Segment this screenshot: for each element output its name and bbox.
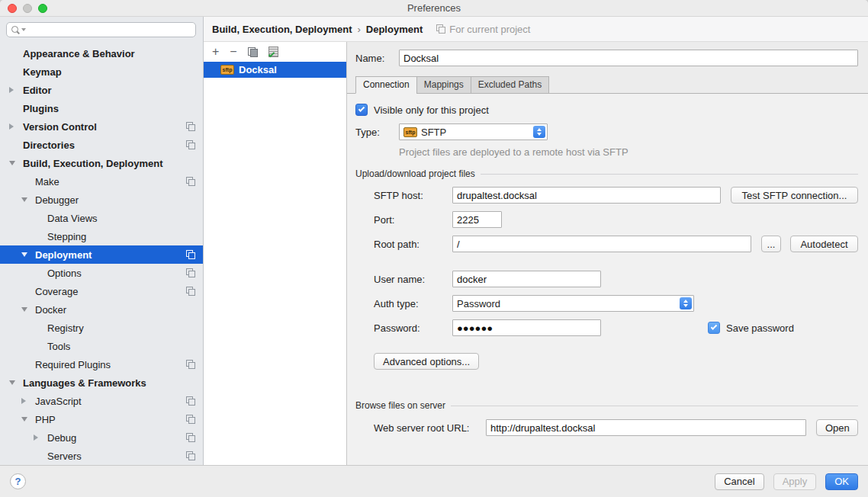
web-server-root-url-input[interactable]	[486, 419, 806, 436]
titlebar: Preferences	[0, 0, 868, 17]
use-as-default-button[interactable]	[268, 46, 279, 57]
remove-server-button[interactable]: −	[230, 46, 236, 57]
root-path-input[interactable]	[452, 236, 751, 252]
sidebar-item-label: Deployment	[35, 249, 92, 261]
sidebar-item-registry[interactable]: Registry	[0, 319, 203, 337]
sidebar-item-javascript[interactable]: JavaScript	[0, 392, 203, 410]
sidebar-item-keymap[interactable]: Keymap	[0, 63, 203, 81]
password-input[interactable]	[452, 319, 601, 336]
sidebar-item-label: Servers	[47, 451, 82, 462]
copy-server-button[interactable]	[248, 47, 258, 57]
ok-button[interactable]: OK	[825, 473, 858, 490]
chevron-right-icon[interactable]	[9, 87, 23, 93]
sidebar-item-label: Required Plugins	[35, 359, 111, 370]
sidebar-item-appearance-behavior[interactable]: Appearance & Behavior	[0, 44, 203, 63]
name-input[interactable]	[399, 50, 858, 66]
sidebar-item-directories[interactable]: Directories	[0, 136, 203, 154]
sidebar-item-make[interactable]: Make	[0, 172, 203, 191]
search-wrap	[0, 17, 203, 43]
help-button[interactable]: ?	[10, 473, 26, 489]
browse-root-path-button[interactable]: ...	[761, 236, 781, 252]
auth-type-label: Auth type:	[374, 298, 452, 309]
chevron-down-icon[interactable]	[9, 161, 23, 165]
save-password-label: Save password	[726, 322, 794, 334]
sidebar-item-label: Plugins	[23, 103, 59, 114]
chevron-down-icon[interactable]	[21, 252, 35, 257]
section-divider	[451, 406, 858, 406]
sidebar-item-label: Tools	[47, 341, 70, 352]
tab-bar: ConnectionMappingsExcluded Paths	[347, 76, 868, 94]
breadcrumb-part1[interactable]: Build, Execution, Deployment	[212, 24, 352, 35]
per-project-icon	[186, 451, 195, 460]
port-label: Port:	[374, 214, 452, 226]
autodetect-button[interactable]: Autodetect	[790, 236, 858, 252]
breadcrumb-part2: Deployment	[366, 24, 423, 35]
sftp-host-input[interactable]	[452, 187, 721, 204]
type-label: Type:	[355, 127, 399, 138]
chevron-down-icon[interactable]	[21, 197, 35, 202]
sidebar-item-editor[interactable]: Editor	[0, 81, 203, 99]
per-project-icon	[186, 287, 195, 296]
visible-only-label: Visible only for this project	[374, 104, 489, 116]
root-path-label: Root path:	[374, 239, 452, 250]
web-server-root-url-label: Web server root URL:	[374, 422, 486, 434]
sidebar-item-coverage[interactable]: Coverage	[0, 282, 203, 300]
server-item-label: Docksal	[239, 64, 277, 75]
per-project-icon	[186, 396, 195, 406]
breadcrumb-separator: ›	[357, 24, 360, 35]
test-sftp-connection-button[interactable]: Test SFTP connection...	[731, 187, 858, 204]
scope-label: For current project	[449, 24, 530, 35]
chevron-right-icon[interactable]	[34, 434, 47, 441]
tab-connection[interactable]: Connection	[355, 76, 417, 94]
sidebar-item-languages-frameworks[interactable]: Languages & Frameworks	[0, 374, 203, 392]
server-item-docksal[interactable]: sftpDocksal	[204, 62, 346, 78]
sidebar-item-options[interactable]: Options	[0, 264, 203, 282]
sidebar-item-php[interactable]: PHP	[0, 410, 203, 428]
save-password-checkbox[interactable]	[708, 322, 720, 334]
sidebar-item-servers[interactable]: Servers	[0, 447, 203, 465]
sidebar-item-stepping[interactable]: Stepping	[0, 227, 203, 245]
sidebar-item-label: Editor	[23, 85, 52, 96]
search-options-caret-icon[interactable]	[21, 28, 26, 31]
sidebar-item-deployment[interactable]: Deployment	[0, 245, 203, 264]
auth-type-value: Password	[457, 298, 500, 309]
sidebar-item-label: Directories	[23, 139, 75, 151]
user-name-input[interactable]	[452, 271, 601, 287]
visible-only-checkbox[interactable]	[355, 104, 368, 116]
sidebar-item-plugins[interactable]: Plugins	[0, 99, 203, 117]
sidebar-item-build-execution-deployment[interactable]: Build, Execution, Deployment	[0, 154, 203, 172]
sidebar-item-tools[interactable]: Tools	[0, 337, 203, 355]
chevron-right-icon[interactable]	[21, 398, 35, 404]
sidebar-item-required-plugins[interactable]: Required Plugins	[0, 355, 203, 374]
search-box[interactable]	[6, 22, 196, 37]
user-name-label: User name:	[374, 274, 452, 285]
breadcrumb: Build, Execution, Deployment › Deploymen…	[204, 17, 868, 42]
sidebar-item-version-control[interactable]: Version Control	[0, 117, 203, 136]
chevron-down-icon[interactable]	[21, 417, 35, 422]
chevron-right-icon[interactable]	[9, 123, 23, 130]
sidebar-item-label: Debug	[47, 432, 76, 444]
port-input[interactable]	[452, 211, 502, 228]
apply-button[interactable]: Apply	[773, 473, 817, 490]
type-value: SFTP	[421, 127, 446, 138]
sidebar-item-debug[interactable]: Debug	[0, 428, 203, 447]
tab-mappings[interactable]: Mappings	[416, 76, 471, 94]
add-server-button[interactable]: +	[212, 46, 219, 57]
chevron-down-icon[interactable]	[21, 307, 35, 312]
search-icon	[11, 26, 20, 34]
open-url-button[interactable]: Open	[816, 419, 858, 436]
type-select[interactable]: sftp SFTP	[399, 123, 548, 140]
search-input[interactable]	[27, 24, 191, 35]
tab-excluded-paths[interactable]: Excluded Paths	[471, 76, 549, 94]
auth-type-select[interactable]: Password	[452, 295, 694, 312]
sidebar-item-label: Debugger	[35, 194, 79, 206]
type-hint: Project files are deployed to a remote h…	[399, 146, 858, 158]
sidebar-item-data-views[interactable]: Data Views	[0, 209, 203, 227]
chevron-down-icon[interactable]	[9, 380, 23, 385]
sidebar-item-debugger[interactable]: Debugger	[0, 191, 203, 209]
per-project-icon	[186, 433, 195, 442]
sidebar-item-docker[interactable]: Docker	[0, 300, 203, 319]
advanced-options-button[interactable]: Advanced options...	[374, 353, 479, 370]
per-project-icon	[436, 24, 445, 34]
cancel-button[interactable]: Cancel	[715, 473, 764, 490]
